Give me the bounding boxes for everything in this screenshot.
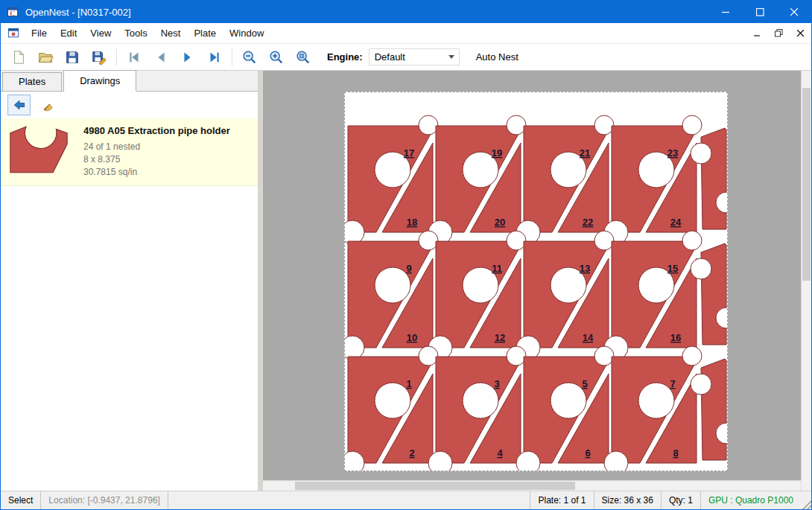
nest-block[interactable]: 78 <box>604 346 702 471</box>
drawing-area: 30.7815 sq/in <box>83 166 230 179</box>
open-folder-icon <box>37 49 54 66</box>
maximize-button[interactable] <box>743 1 777 23</box>
zoom-fit-button[interactable] <box>290 45 317 69</box>
nest-block[interactable]: 1314 <box>516 231 614 360</box>
menu-tools[interactable]: Tools <box>118 23 153 43</box>
part-cutout <box>682 231 702 250</box>
nest-block[interactable]: 12 <box>345 346 438 471</box>
previous-icon <box>153 49 169 66</box>
part-cutout <box>691 143 711 164</box>
part-cutout <box>419 115 438 135</box>
nest-block[interactable]: 2324 <box>604 115 702 244</box>
next-plate-button[interactable] <box>174 45 201 69</box>
nest-block[interactable]: 1516 <box>604 231 702 360</box>
zoom-in-icon <box>268 49 285 66</box>
document-icon[interactable] <box>7 27 20 39</box>
replace-drawing-button[interactable] <box>7 95 31 115</box>
part-number: 21 <box>580 147 590 159</box>
engine-select[interactable]: Default <box>369 48 460 66</box>
nest-block[interactable]: 56 <box>516 346 614 471</box>
app-window: OpenNest - [N0317-002] File Edit View To… <box>0 0 812 510</box>
nest-block[interactable]: 2122 <box>516 115 614 244</box>
last-plate-button[interactable] <box>201 45 228 69</box>
nest-block[interactable]: 1920 <box>428 115 526 244</box>
auto-nest-toggle[interactable]: Auto Nest <box>476 51 518 63</box>
panel-splitter[interactable] <box>258 71 263 491</box>
part-cutout <box>691 374 711 395</box>
part-number: 19 <box>492 147 502 159</box>
menu-edit[interactable]: Edit <box>54 23 83 43</box>
menu-view[interactable]: View <box>83 23 118 43</box>
tab-plates[interactable]: Plates <box>2 72 62 91</box>
engine-label: Engine: <box>327 51 363 63</box>
child-minimize-button[interactable] <box>746 25 768 42</box>
nest-drawing[interactable]: 171819202122232491011121314151612345678 <box>345 92 727 471</box>
toolbar-separator <box>116 48 117 66</box>
clear-drawings-button[interactable] <box>37 95 60 115</box>
nest-canvas[interactable]: 171819202122232491011121314151612345678 <box>263 71 801 491</box>
first-icon <box>126 49 142 66</box>
part-cutout <box>345 336 364 360</box>
menu-bar: File Edit View Tools Nest Plate Window <box>1 23 811 44</box>
part-number: 9 <box>406 263 411 274</box>
status-bar: Select Location: [-0.9437, 21.8796] Plat… <box>1 491 811 509</box>
part-number: 12 <box>495 332 505 343</box>
zoom-in-button[interactable] <box>263 45 290 69</box>
part-cutout <box>516 451 540 471</box>
child-restore-button[interactable] <box>768 25 790 42</box>
vertical-scrollbar-thumb[interactable] <box>802 88 811 281</box>
menu-plate[interactable]: Plate <box>187 23 223 43</box>
part-cutout <box>428 451 452 471</box>
part-thumbnail <box>7 124 71 176</box>
child-close-button[interactable] <box>790 25 811 42</box>
minimize-button[interactable] <box>708 1 743 23</box>
nest-block[interactable]: 1112 <box>428 231 526 360</box>
part-cutout <box>419 231 438 250</box>
status-size: Size: 36 x 36 <box>594 491 661 509</box>
nest-block[interactable]: 910 <box>345 231 438 360</box>
status-gpu: GPU : Quadro P1000 <box>700 491 801 509</box>
plate[interactable]: 171819202122232491011121314151612345678 <box>344 92 728 471</box>
open-file-button[interactable] <box>32 45 59 69</box>
part-cutout <box>594 346 614 366</box>
blue-arrow-icon <box>12 98 27 112</box>
drawing-list-item[interactable]: 4980 A05 Extraction pipe holder 24 of 1 … <box>1 118 258 186</box>
chevron-down-icon <box>448 55 454 59</box>
save-as-button[interactable] <box>86 45 112 69</box>
zoom-out-button[interactable] <box>236 45 263 69</box>
drawings-toolbar <box>1 92 258 118</box>
part-number: 11 <box>492 263 502 274</box>
drawing-nested-count: 24 of 1 nested <box>83 141 230 153</box>
tab-drawings[interactable]: Drawings <box>63 70 136 92</box>
part-cutout <box>507 346 526 366</box>
part-number: 7 <box>670 378 675 389</box>
save-button[interactable] <box>59 45 86 69</box>
horizontal-scrollbar-thumb[interactable] <box>295 482 574 490</box>
menu-nest[interactable]: Nest <box>154 23 188 43</box>
first-plate-button[interactable] <box>121 45 148 69</box>
resize-grip[interactable] <box>801 496 811 509</box>
previous-plate-button[interactable] <box>148 45 174 69</box>
part-number: 14 <box>583 332 594 343</box>
part-number: 20 <box>495 217 505 228</box>
menu-window[interactable]: Window <box>223 23 270 43</box>
part-number: 1 <box>406 378 411 389</box>
nest-block[interactable]: 34 <box>428 346 526 471</box>
status-location: Location: [-0.9437, 21.8796] <box>41 491 168 509</box>
new-file-button[interactable] <box>5 45 32 69</box>
part-cutout <box>507 115 526 135</box>
part-cutout <box>682 346 702 366</box>
menu-file[interactable]: File <box>25 23 54 43</box>
drawing-dimensions: 8 x 8.375 <box>83 153 230 166</box>
nest-block[interactable]: 1718 <box>345 115 438 244</box>
part-number: 13 <box>580 263 590 274</box>
zoom-fit-icon <box>295 49 311 66</box>
part-cutout <box>463 383 498 418</box>
part-number: 18 <box>407 217 417 228</box>
new-file-icon <box>10 49 27 66</box>
vertical-scrollbar[interactable] <box>801 71 811 491</box>
horizontal-scrollbar[interactable] <box>263 480 801 491</box>
close-button[interactable] <box>777 1 811 23</box>
part-cutout <box>594 231 614 250</box>
zoom-out-icon <box>241 49 258 66</box>
